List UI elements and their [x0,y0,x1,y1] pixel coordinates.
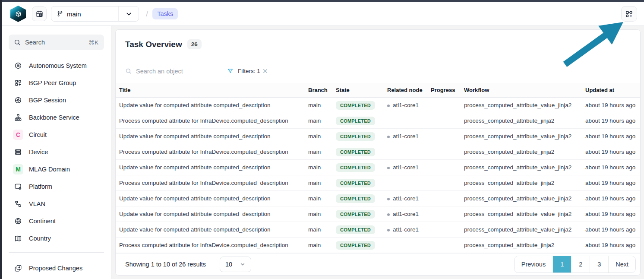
chevron-down-icon [240,261,246,267]
sidebar-item-circuit[interactable]: CCircuit [9,126,104,143]
task-branch: main [305,144,332,160]
autonomous-system-icon [13,60,23,71]
task-workflow: process_computed_attribute_value_jinja2 [461,160,582,175]
pagination-next[interactable]: Next [608,256,635,273]
pagination: Previous123Next [514,256,636,273]
task-title: Process computed attribute for InfraDevi… [116,238,305,253]
task-related-node: atl1-core1 [384,191,427,206]
task-title: Process computed attribute for InfraDevi… [116,144,305,160]
task-title: Update value for computed attribute comp… [116,98,305,113]
task-updated-at: about 19 hours ago [582,191,640,206]
task-related-node [384,175,427,191]
sidebar-item-bgp-session[interactable]: BGP Session [9,92,104,109]
sidebar-item-label: Autonomous System [29,62,87,69]
table-row[interactable]: Process computed attribute for InfraDevi… [116,144,640,160]
sidebar-item-label: Proposed Changes [29,265,82,272]
pagination-2[interactable]: 2 [571,256,590,273]
clear-filters-button[interactable] [262,68,268,74]
state-badge: COMPLETED [336,241,375,250]
task-branch: main [305,113,332,129]
task-related-node [384,238,427,253]
state-badge: COMPLETED [336,101,375,110]
task-progress [427,222,461,238]
sidebar-item-continent[interactable]: Continent [9,212,104,230]
task-state: COMPLETED [332,113,384,129]
breadcrumb-current-tasks[interactable]: Tasks [152,8,178,19]
schema-visualizer-button[interactable] [621,6,637,22]
bgp-peer-group-icon [13,78,23,88]
sidebar-item-label: Country [29,235,51,242]
branch-selector[interactable]: main [51,6,139,22]
task-branch: main [305,160,332,175]
branch-selector-caret[interactable] [118,6,139,21]
column-header: Related node [384,83,427,98]
sidebar-item-backbone-service[interactable]: Backbone Service [9,109,104,126]
proposed-changes-icon [13,263,23,273]
node-dot-icon [387,105,390,107]
app-logo[interactable] [10,6,26,22]
related-node-label[interactable]: atl1-core1 [393,133,419,140]
task-title: Process computed attribute for InfraDevi… [116,175,305,191]
top-bar: main / Tasks [2,2,644,26]
sidebar-search[interactable]: Search ⌘K [9,35,104,50]
pagination-3[interactable]: 3 [590,256,608,273]
table-row[interactable]: Update value for computed attribute comp… [116,129,640,144]
related-node-label[interactable]: atl1-core1 [393,226,419,233]
task-title: Process computed attribute for InfraDevi… [116,113,305,129]
table-row[interactable]: Process computed attribute for InfraDevi… [116,238,640,253]
sidebar-item-vlan[interactable]: VLAN [9,195,104,212]
object-search-input[interactable]: Search an object [125,68,216,75]
sidebar-item-mlag-domain[interactable]: MMLAG Domain [9,161,104,178]
task-state: COMPLETED [332,160,384,175]
sidebar-item-country[interactable]: Country [9,230,104,247]
filters-label: Filters: 1 [238,68,260,74]
sidebar-search-placeholder: Search [25,39,84,46]
table-row[interactable]: Update value for computed attribute comp… [116,206,640,222]
related-node-label[interactable]: atl1-core1 [393,195,419,202]
table-row[interactable]: Update value for computed attribute comp… [116,222,640,238]
continent-icon [13,216,23,226]
platform-icon [13,181,23,192]
task-updated-at: about 19 hours ago [582,98,640,113]
table-footer: Showing 1 to 10 of 26 results 10 Previou… [116,253,640,275]
related-node-label[interactable]: atl1-core1 [393,211,419,217]
task-updated-at: about 19 hours ago [582,206,640,222]
task-branch: main [305,206,332,222]
sidebar-item-device[interactable]: Device [9,143,104,161]
task-state: COMPLETED [332,144,384,160]
sidebar-item-bgp-peer-group[interactable]: BGP Peer Group [9,74,104,92]
task-branch: main [305,175,332,191]
schema-graph-icon [625,10,633,18]
task-updated-at: about 19 hours ago [582,222,640,238]
sidebar-item-label: BGP Session [29,97,66,104]
task-workflow: process_computed_attribute_jinja2 [461,144,582,160]
table-row[interactable]: Update value for computed attribute comp… [116,191,640,206]
task-workflow: process_computed_attribute_value_jinja2 [461,129,582,144]
sidebar-item-proposed-changes[interactable]: Proposed Changes [9,260,104,277]
task-updated-at: about 19 hours ago [582,160,640,175]
task-workflow: process_computed_attribute_value_jinja2 [461,191,582,206]
page-size-select[interactable]: 10 [220,257,251,272]
task-title: Update value for computed attribute comp… [116,206,305,222]
sidebar-item-autonomous-system[interactable]: Autonomous System [9,57,104,74]
task-state: COMPLETED [332,238,384,253]
sidebar-item-label: BGP Peer Group [29,79,76,86]
task-title: Update value for computed attribute comp… [116,129,305,144]
table-row[interactable]: Update value for computed attribute comp… [116,98,640,113]
sidebar-item-platform[interactable]: Platform [9,178,104,195]
task-related-node: atl1-core1 [384,160,427,175]
related-node-label[interactable]: atl1-core1 [393,102,419,108]
cube-logo-icon [15,10,22,18]
related-node-label[interactable]: atl1-core1 [393,164,419,171]
pagination-previous[interactable]: Previous [515,256,552,273]
table-row[interactable]: Process computed attribute for InfraDevi… [116,175,640,191]
pagination-1[interactable]: 1 [552,256,571,273]
time-travel-button[interactable] [32,6,47,21]
table-row[interactable]: Process computed attribute for InfraDevi… [116,113,640,129]
task-title: Update value for computed attribute comp… [116,191,305,206]
sidebar-item-object-management[interactable]: Object Management [9,277,104,279]
filters-button[interactable]: Filters: 1 [227,68,260,74]
table-row[interactable]: Update value for computed attribute comp… [116,160,640,175]
task-related-node [384,144,427,160]
task-updated-at: about 19 hours ago [582,175,640,191]
